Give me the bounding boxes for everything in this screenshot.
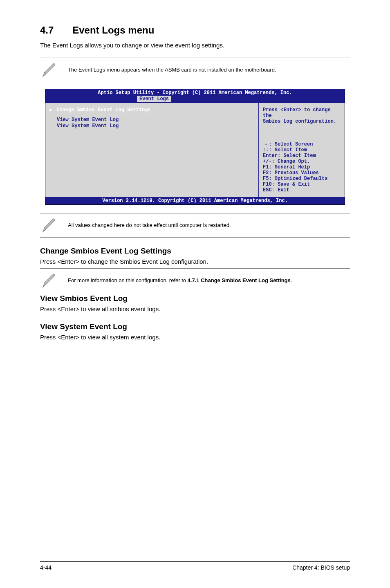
key-line: Enter: Select Item bbox=[263, 153, 341, 159]
note-prefix: For more information on this configurati… bbox=[68, 277, 188, 283]
note-bold-ref: 4.7.1 Change Smbios Event Log Settings bbox=[188, 277, 291, 283]
help-line: Smbios Log configuration. bbox=[263, 119, 341, 124]
bios-item-view1[interactable]: View System Event Log bbox=[49, 117, 253, 123]
key-line: ↑↓: Select Item bbox=[263, 147, 341, 153]
key-line: F1: General Help bbox=[263, 164, 341, 170]
chapter-label: Chapter 4: BIOS setup bbox=[292, 564, 350, 571]
bios-item-label: View System Event Log bbox=[57, 117, 119, 123]
bios-screenshot: Aptio Setup Utility - Copyright (C) 2011… bbox=[45, 89, 345, 205]
pencil-note-icon bbox=[40, 216, 59, 235]
section-number: 4.7 bbox=[40, 25, 54, 36]
bios-active-tab: Event Logs bbox=[137, 96, 171, 102]
bios-help-text: Press <Enter> to change the Smbios Log c… bbox=[263, 107, 341, 124]
paragraph: Press <Enter> to view all system event l… bbox=[40, 333, 350, 341]
pencil-note-icon bbox=[40, 271, 59, 290]
paragraph: Press <Enter> to change the Smbios Event… bbox=[40, 257, 350, 266]
page-footer: 4-44 Chapter 4: BIOS setup bbox=[40, 561, 350, 571]
help-line: Press <Enter> to change the bbox=[263, 107, 341, 119]
key-line: F2: Previous Values bbox=[263, 170, 341, 176]
note-block-values: All values changed here do not take effe… bbox=[40, 213, 350, 238]
bios-item-view2[interactable]: View System Event Log bbox=[49, 123, 253, 129]
bios-version-bar: Version 2.14.1219. Copyright (C) 2011 Am… bbox=[45, 197, 345, 204]
bios-item-change-smbios[interactable]: ▶ Change Smbios Event Log Settings bbox=[49, 107, 253, 113]
paragraph: Press <Enter> to view all smbios event l… bbox=[40, 305, 350, 313]
bios-key-help: →←: Select Screen ↑↓: Select Item Enter:… bbox=[263, 141, 341, 193]
note-block-refer: For more information on this configurati… bbox=[40, 268, 350, 291]
note-text: All values changed here do not take effe… bbox=[68, 222, 231, 229]
section-title: Event Logs menu bbox=[72, 25, 154, 36]
key-line: →←: Select Screen bbox=[263, 141, 341, 147]
bios-tab-row: Event Logs bbox=[47, 96, 343, 102]
bios-title-bar: Aptio Setup Utility - Copyright (C) 2011… bbox=[45, 89, 345, 103]
page-number: 4-44 bbox=[40, 564, 52, 571]
note-text: The Event Logs menu appears when the ASM… bbox=[68, 66, 276, 74]
bios-item-label: Change Smbios Event Log Settings bbox=[56, 107, 150, 113]
note-text: For more information on this configurati… bbox=[68, 277, 292, 284]
triangle-icon: ▶ bbox=[49, 107, 54, 113]
bios-body: ▶ Change Smbios Event Log Settings View … bbox=[45, 103, 345, 197]
note-block-top: The Event Logs menu appears when the ASM… bbox=[40, 58, 350, 82]
bios-help-pane: Press <Enter> to change the Smbios Log c… bbox=[259, 103, 345, 197]
key-line: F10: Save & Exit bbox=[263, 182, 341, 187]
note-suffix: . bbox=[291, 277, 292, 283]
bios-item-label: View System Event Log bbox=[57, 123, 119, 129]
key-line: ESC: Exit bbox=[263, 187, 341, 193]
subheading-view-system: View System Event Log bbox=[40, 322, 350, 331]
intro-text: The Event Logs allows you to change or v… bbox=[40, 41, 350, 49]
bios-title-text: Aptio Setup Utility - Copyright (C) 2011… bbox=[47, 90, 343, 96]
section-heading: 4.7 Event Logs menu bbox=[40, 25, 350, 36]
bios-menu-pane: ▶ Change Smbios Event Log Settings View … bbox=[45, 103, 259, 197]
subheading-change-smbios: Change Smbios Event Log Settings bbox=[40, 247, 350, 256]
pencil-note-icon bbox=[40, 61, 59, 79]
subheading-view-smbios: View Smbios Event Log bbox=[40, 294, 350, 303]
key-line: +/-: Change Opt. bbox=[263, 159, 341, 164]
key-line: F5: Optimized Defaults bbox=[263, 176, 341, 182]
